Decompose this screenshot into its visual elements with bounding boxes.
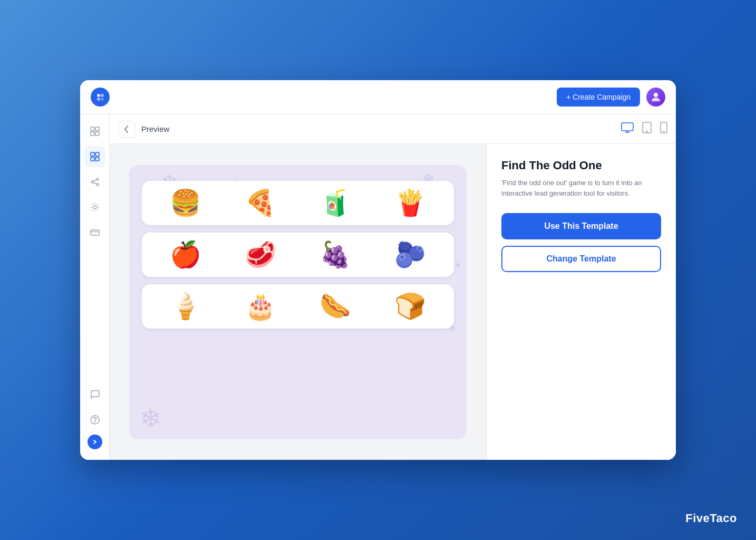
food-item-grapes[interactable]: 🍇 (319, 242, 351, 267)
svg-rect-5 (91, 127, 94, 131)
svg-point-22 (94, 422, 95, 422)
preview-toolbar: Preview (110, 114, 676, 144)
split-content: ❄ ❄ ❄ ✦ ✦ ○ ❄ 🍔 🍕 🧃 (110, 144, 676, 460)
svg-rect-19 (91, 230, 99, 235)
food-item-cake[interactable]: 🎂 (245, 294, 276, 319)
svg-rect-6 (95, 127, 99, 131)
template-title: Find The Odd One (501, 159, 661, 172)
sidebar-expand-button[interactable] (88, 435, 102, 449)
device-icons (621, 122, 667, 136)
game-rows: 🍔 🍕 🧃 🍟 🍎 🥩 🍇 🫐 (142, 181, 454, 329)
food-item-icecream[interactable]: 🍦 (170, 294, 201, 319)
sidebar-item-chat[interactable] (84, 384, 105, 405)
svg-rect-26 (643, 122, 651, 133)
back-button[interactable] (118, 121, 135, 138)
svg-point-15 (96, 184, 99, 186)
sidebar-item-share[interactable] (84, 171, 105, 192)
food-item-juice[interactable]: 🧃 (319, 190, 351, 216)
preview-canvas: ❄ ❄ ❄ ✦ ✦ ○ ❄ 🍔 🍕 🧃 (110, 144, 486, 460)
create-campaign-button[interactable]: + Create Campaign (557, 88, 640, 107)
right-panel: Find The Odd One 'Find the odd one out' … (486, 144, 676, 460)
svg-point-3 (101, 98, 104, 101)
main-body: Preview (80, 114, 676, 460)
mobile-device-icon[interactable] (660, 122, 667, 136)
svg-point-4 (654, 93, 658, 97)
sidebar-item-card[interactable] (84, 222, 105, 243)
sidebar-item-settings[interactable] (84, 197, 105, 218)
game-row-2: 🍎 🥩 🍇 🫐 (142, 233, 454, 277)
svg-line-16 (93, 180, 96, 181)
game-row-3: 🍦 🎂 🌭 🍞 (142, 284, 454, 329)
svg-rect-11 (91, 157, 94, 161)
svg-point-18 (93, 206, 96, 209)
avatar[interactable] (646, 88, 665, 107)
sidebar-item-help[interactable] (84, 409, 105, 430)
food-item-burger[interactable]: 🍔 (170, 190, 201, 216)
template-description: 'Find the odd one out' game is to turn i… (501, 178, 661, 198)
header-right: + Create Campaign (557, 88, 665, 107)
sidebar (80, 114, 110, 460)
app-window: + Create Campaign (80, 80, 676, 460)
header: + Create Campaign (80, 80, 676, 114)
svg-point-0 (97, 94, 100, 97)
food-item-hotdog[interactable]: 🌭 (319, 294, 351, 319)
preview-label: Preview (141, 124, 169, 133)
snowflake-deco-5: ✦ (454, 260, 461, 270)
food-item-pizza[interactable]: 🍕 (245, 190, 276, 216)
svg-point-27 (646, 131, 647, 132)
sidebar-bottom (84, 384, 105, 454)
food-item-blueberries[interactable]: 🫐 (394, 242, 426, 267)
tablet-device-icon[interactable] (642, 122, 652, 136)
game-preview: ❄ ❄ ❄ ✦ ✦ ○ ❄ 🍔 🍕 🧃 (129, 165, 467, 439)
food-item-apple[interactable]: 🍎 (170, 242, 201, 267)
branding: FiveTaco (685, 512, 737, 525)
svg-rect-23 (622, 123, 633, 131)
svg-point-2 (97, 98, 100, 101)
food-item-bread[interactable]: 🍞 (394, 294, 426, 319)
svg-rect-8 (95, 132, 99, 136)
use-template-button[interactable]: Use This Template (501, 213, 661, 239)
svg-rect-12 (95, 157, 99, 161)
content-area: Preview (110, 114, 676, 460)
game-row-1: 🍔 🍕 🧃 🍟 (142, 181, 454, 225)
food-item-fries[interactable]: 🍟 (394, 190, 426, 216)
logo-icon (91, 88, 110, 107)
header-logo (91, 88, 110, 107)
svg-point-14 (91, 181, 93, 183)
svg-point-13 (96, 178, 99, 180)
svg-rect-9 (91, 152, 94, 156)
svg-rect-10 (95, 152, 99, 156)
change-template-button[interactable]: Change Template (501, 246, 661, 272)
svg-line-17 (93, 182, 96, 184)
desktop-device-icon[interactable] (621, 122, 634, 136)
svg-point-1 (101, 94, 104, 97)
sidebar-item-layout[interactable] (84, 121, 105, 142)
snowflake-deco-3: ❄ (140, 403, 162, 434)
svg-rect-7 (91, 132, 94, 136)
food-item-meat[interactable]: 🥩 (245, 242, 276, 267)
sidebar-item-apps[interactable] (84, 146, 105, 167)
